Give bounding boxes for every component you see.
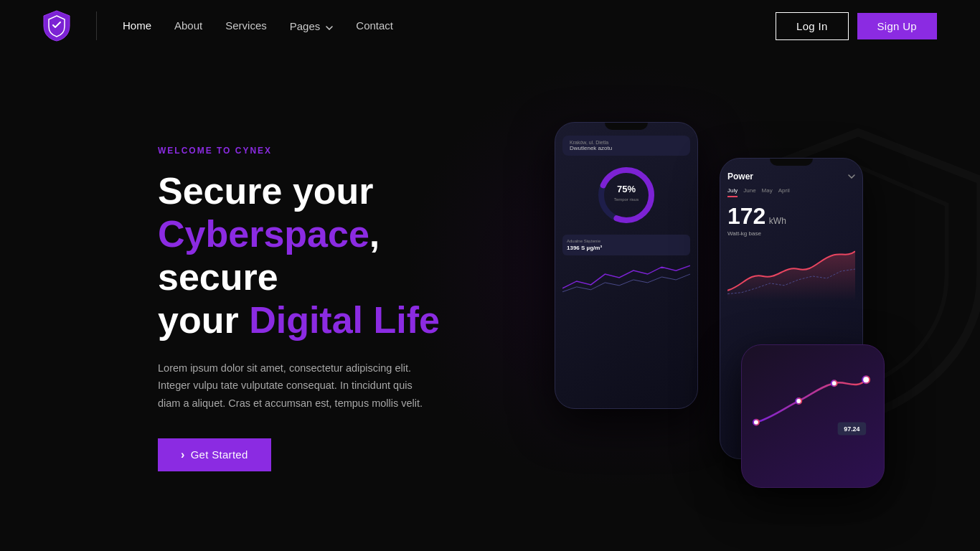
svg-point-4 xyxy=(753,420,759,425)
nav-divider xyxy=(96,11,97,40)
nav-link-pages[interactable]: Pages xyxy=(290,20,321,32)
phone-2-tab-july[interactable]: July xyxy=(727,187,738,197)
phone-2-chevron xyxy=(848,174,855,179)
phone-2-tab-june[interactable]: June xyxy=(743,187,755,197)
phone-1-stat-value: 1396 S µg/m³ xyxy=(567,245,686,251)
phone-2-screen: Power July June May April 172 kWh Watt-k… xyxy=(720,166,862,310)
donut-container: 75% Tempor risus xyxy=(562,163,690,227)
phone-2-notch xyxy=(770,159,813,166)
phone-1-chart xyxy=(562,260,690,296)
hero-description: Lorem ipsum dolor sit amet, consectetur … xyxy=(158,359,423,413)
hero-title: Secure your Cyberspace, secure your Digi… xyxy=(158,170,459,342)
svg-text:97.24: 97.24 xyxy=(844,425,859,433)
navbar-right: Log In Sign Up xyxy=(776,12,937,40)
svg-point-5 xyxy=(796,398,801,404)
nav-links: Home About Services Pages Contact xyxy=(123,19,393,33)
phone-2-sub: Watt-kg base xyxy=(727,230,855,237)
phone-2-title: Power xyxy=(727,171,753,182)
svg-text:75%: 75% xyxy=(617,184,636,194)
phone-1-notch xyxy=(605,123,648,130)
signup-button[interactable]: Sign Up xyxy=(857,13,937,39)
svg-point-7 xyxy=(862,376,870,383)
phone-2-value: 172 xyxy=(727,203,765,229)
nav-item-contact[interactable]: Contact xyxy=(356,19,393,32)
phone-2-tab-may[interactable]: May xyxy=(762,187,773,197)
chevron-down-icon xyxy=(326,20,333,33)
hero-title-line1: Secure your xyxy=(158,170,374,212)
nav-item-services[interactable]: Services xyxy=(225,19,267,32)
hero-title-digital-life: Digital Life xyxy=(249,299,440,341)
nav-item-home[interactable]: Home xyxy=(123,19,151,32)
phone-2-unit: kWh xyxy=(769,216,786,226)
phone-1-stat-box: Adualne Stężenie 1396 S µg/m³ xyxy=(562,235,690,255)
get-started-label: Get Started xyxy=(191,448,248,461)
nav-item-about[interactable]: About xyxy=(174,19,202,32)
welcome-label: WELCOME TO CYNEX xyxy=(158,146,459,156)
phone-2-header: Power xyxy=(727,171,855,182)
navbar-left: Home About Services Pages Contact xyxy=(43,10,393,42)
phone-2-tabs: July June May April xyxy=(727,187,855,197)
phone-1-stat-label: Adualne Stężenie xyxy=(567,239,686,243)
donut-svg: 75% Tempor risus xyxy=(594,163,659,227)
chevron-right-icon: › xyxy=(181,448,185,461)
phone-3-chart: 97.24 xyxy=(749,351,877,444)
phone-1-location-bar: Kraków, ul. Dietla Dwutlenek azotu xyxy=(562,136,690,156)
nav-link-about[interactable]: About xyxy=(174,19,202,32)
nav-link-contact[interactable]: Contact xyxy=(356,19,393,32)
phone-1-screen: Kraków, ul. Dietla Dwutlenek azotu 75% T… xyxy=(555,130,697,304)
navbar: Home About Services Pages Contact xyxy=(0,0,980,52)
hero-section: WELCOME TO CYNEX Secure your Cyberspace,… xyxy=(0,52,980,551)
hero-title-cyberspace: Cyberspace xyxy=(158,213,369,255)
phone-container: Kraków, ul. Dietla Dwutlenek azotu 75% T… xyxy=(555,100,842,502)
hero-content: WELCOME TO CYNEX Secure your Cyberspace,… xyxy=(158,131,459,471)
phone-3-screen: 97.24 xyxy=(742,345,884,487)
login-button[interactable]: Log In xyxy=(776,12,849,40)
nav-link-services[interactable]: Services xyxy=(225,19,267,32)
phone-1-sub: Dwutlenek azotu xyxy=(570,145,683,151)
logo-icon xyxy=(43,10,70,42)
phone-2-big-value-container: 172 kWh xyxy=(727,204,855,227)
hero-visual: Kraków, ul. Dietla Dwutlenek azotu 75% T… xyxy=(459,52,937,551)
phone-1: Kraków, ul. Dietla Dwutlenek azotu 75% T… xyxy=(555,122,698,409)
svg-text:Tempor risus: Tempor risus xyxy=(614,197,639,202)
get-started-button[interactable]: › Get Started xyxy=(158,438,271,471)
logo[interactable] xyxy=(43,10,70,42)
donut-chart: 75% Tempor risus xyxy=(594,163,659,227)
nav-link-home[interactable]: Home xyxy=(123,19,151,32)
nav-pages-dropdown[interactable]: Pages xyxy=(290,19,334,33)
nav-item-pages[interactable]: Pages xyxy=(290,19,334,33)
phone-2-chart xyxy=(727,244,855,301)
hero-title-your: your xyxy=(158,299,249,341)
phone-3: 97.24 xyxy=(741,344,885,488)
svg-point-6 xyxy=(831,380,837,386)
phone-2-tab-april[interactable]: April xyxy=(778,187,790,197)
phone-1-location: Kraków, ul. Dietla xyxy=(570,140,683,145)
